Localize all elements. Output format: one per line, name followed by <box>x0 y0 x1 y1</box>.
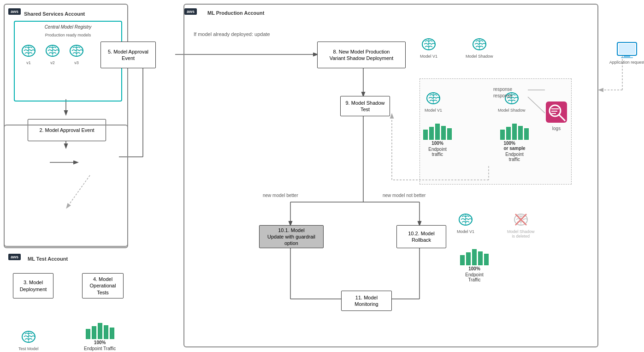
model-v1-bot-icon: Model V1 <box>456 211 475 234</box>
step5-box: 5. Model ApprovalEvent <box>100 42 156 68</box>
step3-label: 3. ModelDeployment <box>20 279 47 292</box>
model-v1-bot-label: Model V1 <box>457 229 474 234</box>
monitor-icon <box>616 42 638 58</box>
model-v2-label: v2 <box>50 60 55 65</box>
endpoint-traffic-shadow-mid: 100%or sample Endpointtraffic <box>500 124 529 162</box>
model-v1-icon: v1 <box>19 42 38 65</box>
diagram-container: aws Shared Services Account Central Mode… <box>0 0 644 352</box>
step10-1-label: 10.1. ModelUpdate with guardrail option <box>262 227 320 247</box>
test-model-icon: Test Model <box>18 328 39 351</box>
response1-label: response <box>493 87 512 92</box>
application-request-container: Application request <box>609 42 644 65</box>
model-shadow-deleted-label: Model Shadowis deleted <box>507 229 535 239</box>
prod-ready-label: Production ready models <box>45 33 91 37</box>
step11-label: 11. ModelMonitoring <box>354 294 378 308</box>
ml-test-label: ML Test Account <box>28 256 68 262</box>
step4-box: 4. ModelOperationalTests <box>82 273 124 298</box>
response2-label: response <box>493 93 512 98</box>
model-v1-top-label: Model V1 <box>420 54 437 59</box>
shared-services-label: Shared Services Account <box>24 11 85 17</box>
step9-box: 9. Model ShadowTest <box>340 96 390 116</box>
model-shadow-top-icon: Model Shadow <box>466 36 493 59</box>
svg-rect-55 <box>621 57 633 58</box>
new-model-not-better-label: new model not better <box>383 193 425 198</box>
model-icons-row: v1 v2 <box>19 42 86 65</box>
aws-badge-shared: aws <box>8 8 21 15</box>
ml-test-box: aws ML Test Account 3. ModelDeployment 4… <box>4 125 128 247</box>
model-shadow-mid-label: Model Shadow <box>498 108 526 113</box>
endpoint-traffic-test: 100% Endpoint Traffic <box>84 323 116 351</box>
step3-box: 3. ModelDeployment <box>13 273 53 298</box>
step8-box: 8. New Model ProductionVariant Shadow De… <box>317 42 406 68</box>
traffic-text-test: Endpoint Traffic <box>84 346 116 351</box>
step10-2-box: 10.2. ModelRollback <box>396 225 446 248</box>
model-v3-label: v3 <box>74 60 79 65</box>
step5-label: 5. Model ApprovalEvent <box>108 48 148 62</box>
if-label: If model already deployed: update <box>194 31 270 37</box>
endpoint-traffic-bot: 100% EndpointTraffic <box>460 249 489 282</box>
ml-prod-label: ML Production Account <box>207 10 264 16</box>
central-registry-label: Central Model Registry <box>45 24 92 30</box>
app-request-label: Application request <box>609 60 644 65</box>
traffic-text-bot: EndpointTraffic <box>465 272 483 282</box>
traffic-pct-shadow-mid: 100%or sample <box>503 141 525 151</box>
traffic-pct-bot: 100% <box>468 266 480 271</box>
traffic-pct-test: 100% <box>94 340 106 345</box>
model-v1-label: v1 <box>26 60 31 65</box>
svg-rect-54 <box>624 55 630 57</box>
endpoint-traffic-v1-mid: 100% Endpointtraffic <box>423 124 452 157</box>
model-v1-mid-label: Model V1 <box>425 108 442 113</box>
step10-2-label: 10.2. ModelRollback <box>408 230 434 244</box>
step8-label: 8. New Model ProductionVariant Shadow De… <box>330 48 394 62</box>
model-v3-icon: v3 <box>67 42 86 65</box>
test-model-label: Test Model <box>18 346 39 351</box>
logs-label: logs <box>545 126 568 131</box>
traffic-text-v1-mid: Endpointtraffic <box>428 147 446 157</box>
model-shadow-deleted-icon: Model Shadowis deleted <box>507 211 535 239</box>
logs-icon-container: logs <box>545 101 568 131</box>
step11-box: 11. ModelMonitoring <box>341 291 392 311</box>
model-v1-top-icon: Model V1 <box>419 36 438 59</box>
step4-label: 4. ModelOperationalTests <box>90 276 116 296</box>
traffic-pct-v1-mid: 100% <box>431 141 443 146</box>
svg-rect-56 <box>619 44 635 54</box>
model-shadow-top-label: Model Shadow <box>466 54 493 59</box>
aws-badge-prod: aws <box>184 8 197 15</box>
traffic-text-shadow-mid: Endpointtraffic <box>505 152 523 162</box>
aws-badge-test: aws <box>8 254 21 260</box>
step9-label: 9. Model ShadowTest <box>346 100 385 113</box>
model-v1-mid-icon: Model V1 <box>424 90 443 113</box>
step10-1-box: 10.1. ModelUpdate with guardrail option <box>259 225 324 248</box>
model-v2-icon: v2 <box>43 42 62 65</box>
new-model-better-label: new model better <box>263 193 298 198</box>
